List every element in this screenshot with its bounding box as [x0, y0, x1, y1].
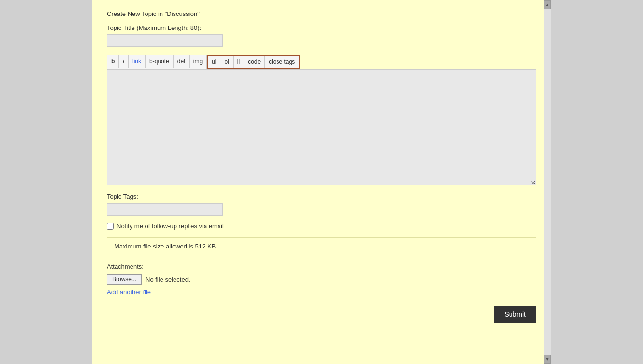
scrollbar-track[interactable]: ▲ ▼: [544, 0, 551, 364]
attachment-row: Browse... No file selected.: [107, 274, 536, 285]
scrollbar-thumb-top[interactable]: ▲: [544, 0, 551, 9]
toolbar-code[interactable]: code: [244, 56, 265, 68]
scrollbar-thumb-bottom[interactable]: ▼: [544, 355, 551, 364]
page-wrapper: ▲ ▼ Create New Topic in "Discussion" Top…: [0, 0, 643, 364]
toolbar-bold[interactable]: b: [107, 55, 119, 68]
submit-button[interactable]: Submit: [494, 306, 536, 323]
topic-title-label: Topic Title (Maximum Length: 80):: [107, 24, 536, 31]
toolbar-bquote[interactable]: b-quote: [146, 55, 174, 68]
submit-row: Submit: [107, 306, 536, 323]
browse-button[interactable]: Browse...: [107, 274, 142, 285]
toolbar-ul[interactable]: ul: [208, 56, 220, 68]
toolbar-li[interactable]: li: [234, 56, 244, 68]
toolbar-row: b i link b-quote del img ul ol li code c…: [107, 55, 536, 69]
add-another-file-link[interactable]: Add another file: [107, 289, 536, 296]
toolbar-italic[interactable]: i: [119, 55, 129, 68]
notify-checkbox[interactable]: [107, 223, 114, 230]
form-container: ▲ ▼ Create New Topic in "Discussion" Top…: [92, 0, 551, 364]
toolbar-highlighted-group: ul ol li code close tags: [207, 55, 300, 69]
content-textarea[interactable]: [107, 69, 536, 185]
topic-tags-input[interactable]: [107, 203, 223, 216]
topic-tags-label: Topic Tags:: [107, 193, 536, 200]
textarea-wrapper: ↘: [107, 69, 536, 185]
toolbar-img[interactable]: img: [190, 55, 206, 68]
toolbar: b i link b-quote del img: [107, 55, 207, 69]
page-title: Create New Topic in "Discussion": [107, 10, 536, 17]
notify-label: Notify me of follow-up replies via email: [117, 222, 224, 230]
no-file-text: No file selected.: [146, 276, 190, 283]
toolbar-del[interactable]: del: [174, 55, 190, 68]
attachments-label: Attachments:: [107, 263, 536, 270]
toolbar-close-tags[interactable]: close tags: [265, 56, 299, 68]
toolbar-ol[interactable]: ol: [220, 56, 233, 68]
topic-title-input[interactable]: [107, 34, 223, 47]
main-content: ▲ ▼ Create New Topic in "Discussion" Top…: [0, 0, 643, 364]
toolbar-link[interactable]: link: [129, 55, 146, 68]
notify-row: Notify me of follow-up replies via email: [107, 222, 536, 230]
file-size-notice: Maximum file size allowed is 512 KB.: [107, 237, 536, 255]
